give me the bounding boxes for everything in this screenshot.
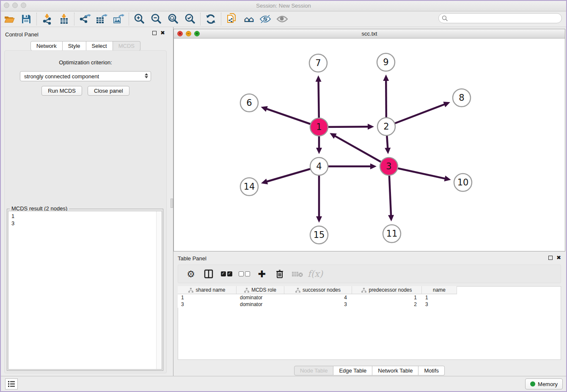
graph-node-8[interactable]: 8: [453, 89, 471, 107]
hide-panel-button[interactable]: [257, 12, 274, 26]
graph-node-9[interactable]: 9: [377, 53, 395, 71]
copy-view-button[interactable]: [223, 12, 240, 26]
deselect-all-button[interactable]: [238, 268, 250, 280]
graph-node-10[interactable]: 10: [454, 174, 472, 191]
column-layout-button[interactable]: [203, 268, 215, 280]
main-toolbar: ⌂⌂: [1, 11, 566, 27]
cell-mcds-role[interactable]: dominator: [237, 301, 284, 308]
memory-button[interactable]: Memory: [525, 378, 563, 389]
criterion-select[interactable]: strongly connected component: [20, 71, 151, 81]
tab-network[interactable]: Network: [30, 41, 63, 51]
mcds-result-line: 1: [11, 213, 162, 220]
control-panel: Control Panel ✖ Network Style Select MCD…: [1, 27, 170, 378]
table-row[interactable]: 3 dominator 3 2 3: [178, 301, 457, 308]
cell-name[interactable]: 3: [422, 301, 457, 308]
tab-network-table[interactable]: Network Table: [372, 366, 418, 375]
graph-node-7[interactable]: 7: [309, 54, 327, 72]
graph-node-3[interactable]: 3: [380, 157, 398, 175]
cell-successor-nodes[interactable]: 4: [284, 294, 352, 301]
toolbar-separator: [36, 13, 37, 25]
tab-style[interactable]: Style: [63, 41, 86, 51]
delete-column-button[interactable]: [274, 268, 286, 280]
cell-successor-nodes[interactable]: 3: [284, 301, 352, 308]
save-session-button[interactable]: [18, 12, 35, 26]
unchecked-box-icon: [239, 271, 244, 276]
close-panel-icon[interactable]: ✖: [160, 31, 165, 35]
search-input[interactable]: [448, 14, 561, 22]
tab-select[interactable]: Select: [86, 41, 113, 51]
close-table-panel-icon[interactable]: ✖: [556, 256, 561, 260]
plus-icon: ✚: [258, 269, 266, 279]
show-eye-button[interactable]: [274, 12, 291, 26]
float-table-panel-icon[interactable]: [548, 256, 553, 260]
control-panel-title: Control Panel: [5, 31, 39, 38]
import-network-icon: [41, 13, 53, 25]
graph-node-label: 4: [316, 161, 322, 171]
graph-node-15[interactable]: 15: [310, 226, 328, 244]
node-table: shared name MCDS role successor nodes pr…: [178, 286, 457, 308]
cell-shared-name[interactable]: 3: [178, 301, 237, 308]
task-history-button[interactable]: [5, 378, 18, 389]
checked-box-icon: [221, 271, 226, 276]
cell-name[interactable]: 1: [422, 294, 457, 301]
first-neighbors-button[interactable]: ⌂⌂: [240, 12, 257, 26]
open-session-button[interactable]: [1, 12, 18, 26]
table-row[interactable]: 1 dominator 4 1 1: [178, 294, 457, 301]
table-settings-button[interactable]: ⚙: [185, 268, 197, 280]
import-table-icon: [58, 13, 70, 25]
tree-icon: [188, 288, 193, 293]
memory-status-icon: [530, 381, 535, 386]
optimization-criterion-label: Optimization criterion:: [5, 59, 166, 66]
cell-mcds-role[interactable]: dominator: [237, 294, 284, 301]
tab-motifs[interactable]: Motifs: [418, 366, 445, 375]
column-header-shared-name[interactable]: shared name: [178, 286, 237, 294]
network-canvas[interactable]: 7968124314101511: [174, 39, 565, 251]
cell-predecessor-nodes[interactable]: 1: [352, 294, 422, 301]
graph-node-label: 7: [315, 58, 321, 68]
column-header-predecessor-nodes[interactable]: predecessor nodes: [352, 286, 422, 294]
vertical-splitter[interactable]: [170, 27, 173, 378]
tab-node-table[interactable]: Node Table: [294, 366, 334, 375]
graph-node-11[interactable]: 11: [383, 225, 401, 243]
tab-mcds[interactable]: MCDS: [113, 41, 140, 51]
select-all-button[interactable]: [220, 268, 232, 280]
import-network-button[interactable]: [39, 12, 55, 26]
tab-edge-table[interactable]: Edge Table: [333, 366, 372, 375]
graph-node-label: 9: [383, 57, 388, 67]
mcds-result-textarea[interactable]: 1 3: [8, 211, 162, 370]
graph-node-1[interactable]: 1: [310, 118, 328, 136]
column-header-name[interactable]: name: [422, 286, 457, 294]
cell-predecessor-nodes[interactable]: 2: [352, 301, 422, 308]
refresh-button[interactable]: [202, 12, 219, 26]
column-header-successor-nodes[interactable]: successor nodes: [284, 286, 352, 294]
export-network-button[interactable]: [76, 12, 93, 26]
float-panel-icon[interactable]: [152, 31, 157, 35]
import-table-button[interactable]: [55, 12, 72, 26]
delete-table-button: [292, 268, 303, 280]
app-window: Session: New Session: [0, 0, 567, 392]
zoom-fit-button[interactable]: [165, 12, 182, 26]
export-image-button[interactable]: [110, 12, 127, 26]
zoom-out-button[interactable]: [148, 12, 165, 26]
cell-shared-name[interactable]: 1: [178, 294, 237, 301]
status-bar: Memory: [1, 376, 566, 391]
export-network-icon: [78, 13, 91, 25]
function-icon: f(x): [308, 269, 323, 279]
add-column-button[interactable]: ✚: [256, 268, 268, 280]
network-window-titlebar[interactable]: ✕ − + scc.txt: [174, 29, 565, 39]
column-header-mcds-role[interactable]: MCDS role: [237, 286, 284, 294]
zoom-selected-button[interactable]: [182, 12, 198, 26]
graph-node-6[interactable]: 6: [240, 94, 258, 112]
save-floppy-icon: [21, 14, 31, 24]
graph-node-2[interactable]: 2: [377, 118, 395, 135]
run-mcds-button[interactable]: Run MCDS: [41, 86, 82, 96]
graph-node-14[interactable]: 14: [240, 178, 258, 196]
graph-node-label: 1: [316, 122, 322, 132]
close-panel-button[interactable]: Close panel: [88, 86, 129, 96]
search-box[interactable]: [438, 13, 562, 23]
splitter-grip[interactable]: [171, 199, 173, 208]
result-scrollbar[interactable]: [156, 211, 162, 369]
export-table-button[interactable]: [93, 12, 110, 26]
zoom-in-button[interactable]: [131, 12, 148, 26]
graph-node-4[interactable]: 4: [310, 157, 328, 175]
